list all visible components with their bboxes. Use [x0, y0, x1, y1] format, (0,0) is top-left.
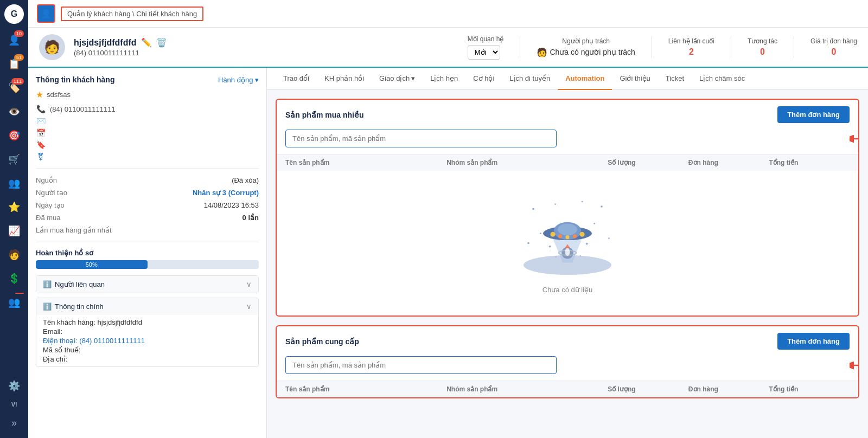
sidebar-logo: G	[4, 4, 24, 24]
sidebar-item-analytics[interactable]: 📈	[3, 220, 25, 242]
col-order-1: Đơn hàng	[688, 159, 769, 166]
svg-point-16	[558, 234, 562, 238]
order-value: 0	[810, 47, 857, 57]
edit-icon[interactable]: ✏️	[141, 37, 152, 48]
breadcrumb: Quản lý khách hàng \ Chi tiết khách hàng	[61, 7, 203, 21]
shop-icon: 🛒	[8, 153, 20, 165]
svg-point-4	[593, 223, 595, 224]
source-label: Nguồn	[36, 176, 57, 184]
svg-point-15	[551, 232, 556, 237]
sidebar-item-team[interactable]: 👥	[3, 292, 25, 313]
relationship-group: Mới	[468, 45, 504, 60]
tab-gioi-thieu[interactable]: Giới thiệu	[612, 68, 658, 90]
tab-lich-hen[interactable]: Lịch hẹn	[423, 68, 465, 90]
table-header-1: Tên sản phẩm Nhóm sản phẩm Số lượng Đơn …	[277, 154, 858, 171]
related-people-header[interactable]: ℹ️ Người liên quan ∨	[36, 276, 258, 293]
tag-text: sdsfsas	[47, 91, 71, 99]
last-contact-label: Liên hệ lần cuối	[668, 37, 714, 45]
profile-progress-bar-bg: 50%	[36, 260, 259, 269]
sidebar-item-shop[interactable]: 🛒	[3, 149, 25, 170]
purchased-value: 0 lần	[242, 214, 259, 222]
svg-text:✦: ✦	[585, 241, 589, 247]
order-value-stat: Giá trị đơn hàng 0	[810, 37, 857, 57]
last-contact-value: 2	[668, 47, 714, 57]
tasks-badge: 51	[14, 54, 24, 61]
creator-row: Người tạo Nhân sự 3 (Corrupt)	[36, 186, 259, 199]
tabs-bar: Trao đổi KH phản hồi Giao dịch ▾ Lịch hẹ…	[267, 68, 868, 90]
customer-name-row: hjsjdsjfjdfdfdfd ✏️ 🗑️	[74, 37, 167, 48]
sidebar-language[interactable]: VI	[9, 399, 19, 410]
sidebar-item-profile[interactable]: 👤 10	[3, 29, 25, 51]
san-pham-cung-cap-section: Sản phẩm cung cấp Thêm đơn hàng Them don…	[276, 325, 859, 398]
sidebar-item-settings[interactable]: ⚙️	[3, 375, 25, 397]
team-icon: 👥	[8, 297, 20, 308]
purchased-label: Đã mua	[36, 214, 61, 222]
tab-automation[interactable]: Automation	[558, 68, 612, 90]
customer-name-detail-label: Tên khách hàng:	[43, 318, 95, 326]
main-info-arrow: ∨	[246, 302, 252, 311]
delete-icon[interactable]: 🗑️	[156, 37, 167, 48]
sidebar-item-tags[interactable]: 🏷️ 111	[3, 77, 25, 99]
phone-info-row: 📞 (84) 0110011111111	[36, 103, 259, 115]
sidebar-item-expand[interactable]: »	[3, 412, 25, 434]
team-badge	[15, 293, 24, 294]
svg-point-8	[582, 201, 583, 203]
sidebar-item-money[interactable]: 💲	[3, 268, 25, 289]
product-search-input-1[interactable]	[285, 130, 557, 147]
section-divider-1	[36, 168, 259, 169]
purchased-row: Đã mua 0 lần	[36, 211, 259, 224]
right-panel: Trao đổi KH phản hồi Giao dịch ▾ Lịch hẹ…	[267, 68, 868, 438]
relationship-stat: Mối quan hệ Mới	[468, 35, 504, 60]
sidebar-item-customers[interactable]: 👥	[3, 172, 25, 194]
san-pham-mua-nhieu-title: Sản phẩm mua nhiều	[285, 111, 363, 119]
tab-trao-doi[interactable]: Trao đổi	[276, 68, 317, 90]
svg-point-22	[565, 248, 570, 256]
product-search-input-2[interactable]	[285, 356, 557, 374]
address-detail-label: Địa chỉ:	[43, 355, 68, 363]
san-pham-mua-nhieu-section: Sản phẩm mua nhiều Thêm đơn hàng Them do…	[276, 99, 859, 317]
svg-point-14	[558, 224, 577, 236]
customer-info-title: Thông tin khách hàng	[36, 75, 114, 84]
customer-name-detail: Tên khách hàng: hjsjdsjfjdfdfdfd	[43, 318, 252, 326]
target-icon: 🎯	[8, 130, 20, 141]
sidebar-item-target[interactable]: 🎯	[3, 125, 25, 146]
sidebar-item-view[interactable]: 👁️	[3, 101, 25, 123]
giao-dich-arrow: ▾	[411, 74, 415, 82]
main-info-header[interactable]: ℹ️ Thông tin chính ∨	[36, 298, 258, 315]
red-arrow-2	[850, 360, 859, 371]
san-pham-cung-cap-title: Sản phẩm cung cấp	[285, 337, 359, 346]
sidebar-item-user[interactable]: 🧑	[3, 244, 25, 266]
col-product-group-1: Nhóm sản phẩm	[446, 159, 608, 166]
add-order-button-1[interactable]: Thêm đơn hàng Them don hang	[777, 106, 850, 123]
tab-lich-di-tuyen[interactable]: Lịch đi tuyến	[502, 68, 558, 90]
customers-icon: 👥	[8, 177, 20, 189]
customer-info: hjsjdsjfjdfdfdfd ✏️ 🗑️ (84) 011001111111…	[74, 37, 167, 57]
relationship-select[interactable]: Mới	[468, 45, 500, 60]
main-area: 👤 Quản lý khách hàng \ Chi tiết khách hà…	[28, 0, 868, 438]
tab-kh-phan-hoi[interactable]: KH phản hồi	[317, 68, 372, 90]
search-wrapper-1	[285, 130, 850, 147]
action-button[interactable]: Hành động ▾	[218, 76, 259, 84]
add-order-button-2[interactable]: Thêm đơn hàng Them don hang	[777, 333, 850, 350]
sidebar-item-favorites[interactable]: ⭐	[3, 196, 25, 218]
col-total-1: Tổng tiền	[769, 159, 850, 166]
profile-progress-section: Hoàn thiện hồ sơ 50%	[36, 249, 259, 269]
creator-value: Nhân sự 3 (Corrupt)	[193, 189, 259, 197]
favorites-icon: ⭐	[8, 201, 20, 213]
tab-lich-cham-soc[interactable]: Lịch chăm sóc	[692, 68, 752, 90]
tab-giao-dich[interactable]: Giao dịch ▾	[372, 68, 423, 90]
star-icon: ★	[36, 89, 43, 100]
tab-ticket[interactable]: Ticket	[658, 68, 692, 90]
sidebar-item-tasks[interactable]: 📋 51	[3, 53, 25, 75]
phone-detail-label: Điện thoại:	[43, 337, 78, 345]
svg-point-18	[573, 234, 577, 238]
svg-point-17	[565, 235, 569, 239]
tab-co-hoi[interactable]: Cơ hội	[465, 68, 502, 90]
address-detail: Địa chỉ:	[43, 355, 252, 363]
view-icon: 👁️	[8, 106, 20, 118]
section-divider-2	[36, 242, 259, 242]
manager-label: Người phụ trách	[537, 37, 635, 45]
col-quantity-1: Số lượng	[608, 159, 688, 166]
tags-badge: 111	[11, 78, 24, 85]
san-pham-cung-cap-header: Sản phẩm cung cấp Thêm đơn hàng Them don…	[277, 326, 858, 356]
